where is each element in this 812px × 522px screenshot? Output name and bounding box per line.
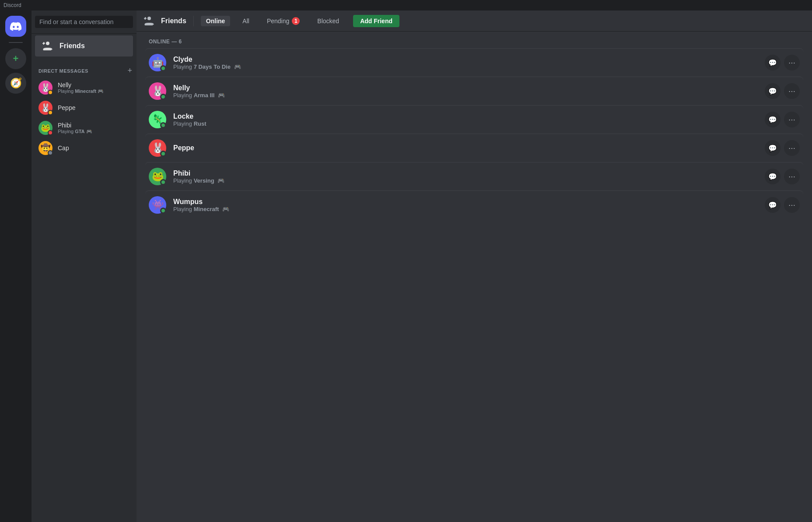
- cap-status-dot: [48, 150, 53, 155]
- server-divider: [9, 42, 23, 43]
- topbar-divider: [193, 16, 194, 26]
- locke-actions: 💬 ⋯: [765, 112, 800, 127]
- clyde-avatar-wrapper: 🤖: [149, 54, 166, 71]
- wumpus-info: Wumpus Playing Minecraft 🎮: [173, 198, 765, 212]
- nelly-message-btn[interactable]: 💬: [765, 83, 780, 99]
- tab-online[interactable]: Online: [201, 16, 231, 26]
- peppe-message-btn[interactable]: 💬: [765, 140, 780, 156]
- nelly-list-activity: Playing Arma III 🎮: [173, 92, 765, 99]
- clyde-info: Clyde Playing 7 Days To Die 🎮: [173, 56, 765, 70]
- add-server-button[interactable]: +: [5, 48, 26, 69]
- wumpus-message-btn[interactable]: 💬: [765, 197, 780, 213]
- friends-area: ONLINE — 6 🤖 Clyde Playing 7 Days To Die…: [136, 32, 812, 522]
- online-count-header: ONLINE — 6: [145, 39, 803, 45]
- search-bar-container: [32, 11, 136, 34]
- dm-list: 🐰 Nelly Playing Minecraft 🎮 🐰 Peppe: [32, 78, 136, 158]
- locke-activity: Playing Rust: [173, 120, 765, 127]
- clyde-activity: Playing 7 Days To Die 🎮: [173, 63, 765, 70]
- friend-entry-phibi[interactable]: 🐸 Phibi Playing Versing 🎮 💬 ⋯: [145, 162, 803, 190]
- cap-username: Cap: [58, 145, 69, 152]
- clyde-actions: 💬 ⋯: [765, 55, 800, 71]
- app-title: Discord: [4, 2, 21, 8]
- clyde-message-btn[interactable]: 💬: [765, 55, 780, 71]
- phibi-message-btn[interactable]: 💬: [765, 169, 780, 184]
- phibi-avatar-wrapper: 🐸: [38, 121, 52, 135]
- peppe-avatar-wrapper: 🐰: [38, 101, 52, 115]
- wumpus-activity: Playing Minecraft 🎮: [173, 206, 765, 212]
- nelly-status-dot: [48, 90, 53, 95]
- dm-section-title: DIRECT MESSAGES: [38, 68, 88, 74]
- friend-entry-nelly[interactable]: 🐰 Nelly Playing Arma III 🎮 💬 ⋯: [145, 77, 803, 105]
- nelly-username: Nelly: [58, 81, 104, 88]
- nelly-list-avatar-wrapper: 🐰: [149, 82, 166, 100]
- add-server-icon: +: [13, 53, 19, 64]
- dm-item-peppe[interactable]: 🐰 Peppe: [35, 98, 133, 117]
- friends-nav-item[interactable]: Friends: [35, 35, 133, 56]
- wumpus-name: Wumpus: [173, 198, 765, 206]
- friends-nav-label: Friends: [60, 42, 85, 50]
- locke-info: Locke Playing Rust: [173, 113, 765, 127]
- phibi-list-activity: Playing Versing 🎮: [173, 177, 765, 184]
- locke-name: Locke: [173, 113, 765, 120]
- peppe-list-avatar-wrapper: 🐰: [149, 139, 166, 157]
- phibi-status-dot: [48, 130, 53, 135]
- phibi-status: Playing GTA 🎮: [58, 129, 92, 134]
- friends-icon: [40, 39, 54, 53]
- peppe-status-dot: [48, 110, 53, 115]
- dm-item-nelly[interactable]: 🐰 Nelly Playing Minecraft 🎮: [35, 78, 133, 97]
- peppe-username: Peppe: [58, 104, 75, 111]
- tab-blocked[interactable]: Blocked: [312, 16, 344, 26]
- nelly-list-name: Nelly: [173, 84, 765, 92]
- locke-avatar-wrapper: 🦎: [149, 111, 166, 128]
- explore-servers-button[interactable]: 🧭: [5, 73, 26, 94]
- nelly-user-info: Nelly Playing Minecraft 🎮: [58, 81, 104, 94]
- dm-sidebar: Friends DIRECT MESSAGES + 🐰 Nelly Playin…: [32, 11, 136, 522]
- nelly-actions: 💬 ⋯: [765, 83, 800, 99]
- dm-item-cap[interactable]: 🤠 Cap: [35, 138, 133, 158]
- topbar-friends-icon: [144, 16, 154, 26]
- compass-icon: 🧭: [10, 78, 22, 89]
- wumpus-more-btn[interactable]: ⋯: [784, 197, 800, 213]
- cap-user-info: Cap: [58, 145, 69, 152]
- locke-status-dot: [160, 122, 166, 128]
- dm-add-button[interactable]: +: [126, 65, 133, 76]
- clyde-status-dot: [160, 65, 166, 71]
- nelly-list-info: Nelly Playing Arma III 🎮: [173, 84, 765, 99]
- top-bar: Friends Online All Pending 1 Blocked Add…: [136, 11, 812, 32]
- phibi-list-info: Phibi Playing Versing 🎮: [173, 169, 765, 184]
- pending-badge: 1: [292, 17, 300, 25]
- locke-more-btn[interactable]: ⋯: [784, 112, 800, 127]
- clyde-name: Clyde: [173, 56, 765, 63]
- nelly-more-btn[interactable]: ⋯: [784, 83, 800, 99]
- peppe-list-name: Peppe: [173, 144, 765, 152]
- locke-message-btn[interactable]: 💬: [765, 112, 780, 127]
- nelly-avatar-wrapper: 🐰: [38, 81, 52, 95]
- wumpus-actions: 💬 ⋯: [765, 197, 800, 213]
- tab-pending[interactable]: Pending 1: [262, 15, 305, 27]
- discord-logo[interactable]: [5, 16, 26, 37]
- server-sidebar: + 🧭: [0, 11, 32, 522]
- friend-entry-wumpus[interactable]: 👾 Wumpus Playing Minecraft 🎮 💬 ⋯: [145, 190, 803, 219]
- cap-avatar-wrapper: 🤠: [38, 141, 52, 155]
- peppe-more-btn[interactable]: ⋯: [784, 140, 800, 156]
- nelly-status: Playing Minecraft 🎮: [58, 88, 104, 94]
- add-friend-button[interactable]: Add Friend: [353, 15, 399, 27]
- search-input[interactable]: [35, 16, 133, 28]
- phibi-more-btn[interactable]: ⋯: [784, 169, 800, 184]
- peppe-list-status-dot: [160, 151, 166, 157]
- phibi-list-name: Phibi: [173, 169, 765, 177]
- friend-entry-clyde[interactable]: 🤖 Clyde Playing 7 Days To Die 🎮 💬 ⋯: [145, 48, 803, 77]
- pending-label: Pending: [267, 18, 289, 25]
- dm-section-header: DIRECT MESSAGES +: [32, 58, 136, 78]
- phibi-list-avatar-wrapper: 🐸: [149, 168, 166, 185]
- topbar-title: Friends: [161, 17, 186, 25]
- clyde-more-btn[interactable]: ⋯: [784, 55, 800, 71]
- nelly-list-status-dot: [160, 94, 166, 100]
- friend-entry-locke[interactable]: 🦎 Locke Playing Rust 💬 ⋯: [145, 105, 803, 134]
- phibi-user-info: Phibi Playing GTA 🎮: [58, 122, 92, 134]
- dm-item-phibi[interactable]: 🐸 Phibi Playing GTA 🎮: [35, 118, 133, 138]
- tab-all[interactable]: All: [237, 16, 255, 26]
- phibi-list-status-dot: [160, 179, 166, 185]
- friend-entry-peppe[interactable]: 🐰 Peppe 💬 ⋯: [145, 134, 803, 162]
- main-content: Friends Online All Pending 1 Blocked Add…: [136, 11, 812, 522]
